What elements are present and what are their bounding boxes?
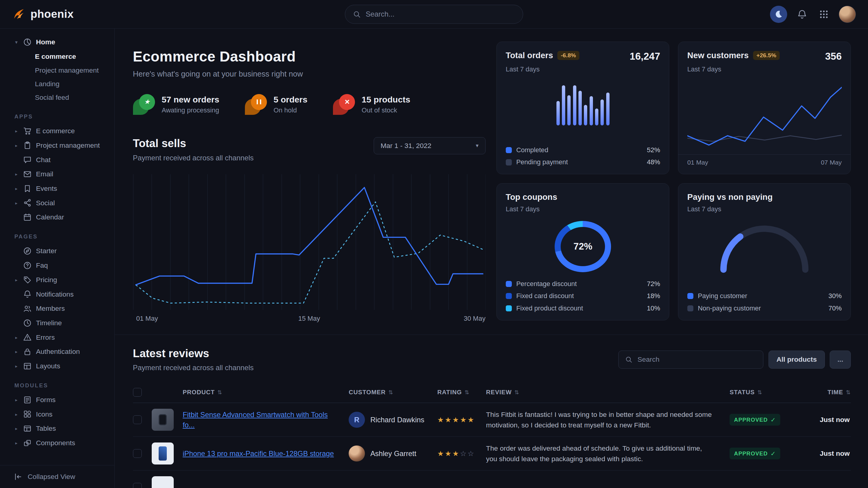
sidebar-item-social[interactable]: ▸ Social [0,196,114,210]
sidebar-item-pricing[interactable]: ▸ Pricing [0,272,114,287]
reviews-search-input[interactable] [638,355,756,363]
reviews-search[interactable] [618,351,763,369]
sidebar-item-label: Icons [36,410,53,418]
product-thumbnail[interactable] [152,476,174,488]
customer-avatar-initial: R [349,412,365,428]
collapsed-view-toggle[interactable]: Collapsed View [0,465,114,488]
sidebar-item-tables[interactable]: ▸ Tables [0,421,114,436]
sidebar-subitem-ecommerce[interactable]: E commerce [0,50,114,63]
sidebar-item-members[interactable]: Members [0,301,114,316]
global-search[interactable] [345,5,523,24]
brand-logo[interactable]: phoenix [12,7,73,21]
review-row-partial[interactable] [133,470,851,488]
sidebar-item-authentication[interactable]: ▸ Authentication [0,345,114,359]
sidebar-subitem-social-feed[interactable]: Social feed [0,91,114,104]
column-header-product[interactable]: PRODUCT⇅ [183,389,349,396]
star-icon: ★ [133,94,155,115]
page-subtitle: Here's what's going on at your business … [133,70,486,78]
legend-label: Percentage discount [516,280,577,288]
chevron-right-icon: ▸ [14,349,19,354]
legend-value: 72% [647,280,660,288]
sidebar-item-label: Layouts [36,362,60,370]
search-icon [353,10,361,18]
review-row[interactable]: iPhone 13 pro max-Pacific Blue-128GB sto… [133,437,851,470]
product-thumbnail[interactable] [152,443,174,464]
apps-menu-button[interactable] [817,7,830,21]
legend-label: Completed [516,146,548,154]
date-range-select[interactable]: Mar 1 - 31, 2022 ▾ [374,137,486,154]
select-all-checkbox[interactable] [133,388,142,397]
reviews-subtitle: Payment received across all channels [133,363,254,372]
product-link[interactable]: Fitbit Sense Advanced Smartwatch with To… [183,411,328,429]
sidebar-item-label: Notifications [36,290,73,298]
column-header-status[interactable]: STATUS⇅ [730,389,790,396]
product-thumbnail[interactable] [152,409,174,431]
card-period: Last 7 days [687,65,842,73]
sort-icon: ⇅ [757,389,763,396]
sidebar-item-icons[interactable]: ▸ Icons [0,407,114,421]
sidebar-item-timeline[interactable]: Timeline [0,316,114,330]
gauge-value-arc [723,228,805,269]
warning-icon [23,333,32,341]
check-icon: ✓ [771,450,776,457]
all-products-button[interactable]: All products [769,351,825,369]
review-time: Just now [790,449,851,458]
product-link[interactable]: iPhone 13 pro max-Pacific Blue-128GB sto… [183,449,345,458]
x-tick: 07 May [821,159,842,166]
home-submenu: E commerce Project management Landing So… [0,50,114,104]
sidebar-item-forms[interactable]: ▸ Forms [0,393,114,407]
user-avatar[interactable] [839,6,856,23]
question-icon [23,261,32,270]
sidebar-item-label: Chat [36,156,50,164]
sidebar-item-events[interactable]: ▸ Events [0,182,114,196]
review-row[interactable]: Fitbit Sense Advanced Smartwatch with To… [133,403,851,437]
row-checkbox[interactable] [133,449,142,458]
row-checkbox[interactable] [133,483,142,488]
sidebar-section-pages: PAGES [0,225,114,244]
bell-icon [797,9,807,19]
sidebar-subitem-landing[interactable]: Landing [0,77,114,91]
row-checkbox[interactable] [133,415,142,424]
sidebar-item-label: Events [36,185,57,193]
column-header-customer[interactable]: CUSTOMER⇅ [349,389,437,396]
stat-label: Awating processing [162,106,219,114]
column-header-rating[interactable]: RATING⇅ [437,389,486,396]
chevron-right-icon: ▸ [14,277,19,283]
sidebar-item-calendar[interactable]: Calendar [0,210,114,225]
customer-name: Ashley Garrett [370,449,416,458]
global-search-input[interactable] [366,10,515,19]
chevron-right-icon: ▸ [14,441,19,446]
legend-swatch [506,281,512,287]
sidebar-item-errors[interactable]: ▸ Errors [0,330,114,345]
status-label: APPROVED [734,417,768,423]
sidebar-item-notifications[interactable]: Notifications [0,287,114,301]
chevron-right-icon: ▸ [14,171,19,176]
theme-toggle-button[interactable] [770,6,787,23]
reviews-table-header: PRODUCT⇅ CUSTOMER⇅ RATING⇅ REVIEW⇅ STATU… [133,382,851,403]
column-header-time[interactable]: TIME⇅ [790,389,851,396]
compass-icon [23,247,32,255]
sort-icon: ⇅ [217,389,222,396]
sidebar-item-components[interactable]: ▸ Components [0,436,114,450]
bookmark-icon [23,185,32,193]
previous-period-line [136,202,483,303]
legend-swatch [687,293,693,299]
sidebar-item-ecommerce-app[interactable]: ▸ E commerce [0,124,114,138]
sidebar-item-project-management-app[interactable]: ▸ Project management [0,138,114,153]
components-icon [23,439,32,447]
rating-stars: ★★★☆☆ [437,449,486,458]
sidebar-subitem-project-management[interactable]: Project management [0,64,114,77]
sidebar-item-starter[interactable]: Starter [0,244,114,258]
column-header-review[interactable]: REVIEW⇅ [486,389,730,396]
notifications-button[interactable] [796,7,809,21]
current-period-line [136,188,483,285]
sidebar-item-faq[interactable]: Faq [0,258,114,273]
legend-swatch [506,305,512,312]
sidebar-item-email[interactable]: ▸ Email [0,167,114,182]
sidebar-item-layouts[interactable]: ▸ Layouts [0,359,114,373]
sidebar-item-home[interactable]: ▾ Home [0,34,114,50]
sidebar-item-chat[interactable]: Chat [0,153,114,167]
sidebar-item-label: Social [36,199,55,207]
customer-name: Richard Dawkins [370,416,424,424]
more-options-button[interactable]: ... [830,351,851,369]
